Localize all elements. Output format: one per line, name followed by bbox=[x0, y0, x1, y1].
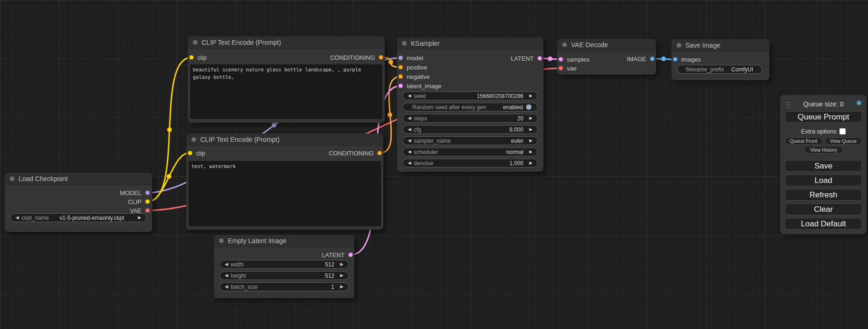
sampler-name-widget[interactable]: ◀ sampler_name euler ▶ bbox=[402, 136, 538, 145]
queue-prompt-button[interactable]: Queue Prompt bbox=[785, 111, 862, 123]
node-load-checkpoint[interactable]: Load Checkpoint MODEL CLIP VAE ◀ ckpt_na… bbox=[5, 173, 152, 232]
input-port-positive: positive bbox=[398, 64, 427, 70]
conditioning-output-dot[interactable] bbox=[379, 55, 383, 60]
model-output-dot[interactable] bbox=[145, 190, 150, 195]
node-title: Empty Latent Image bbox=[228, 237, 286, 245]
positive-input-dot[interactable] bbox=[398, 65, 403, 70]
node-titlebar[interactable]: CLIP Text Encode (Prompt) bbox=[186, 133, 383, 146]
steps-widget[interactable]: ◀ steps 20 ▶ bbox=[402, 114, 538, 123]
clip-output-dot[interactable] bbox=[145, 199, 150, 204]
node-ksampler[interactable]: KSampler model positive negative latent_… bbox=[397, 37, 543, 172]
output-port-clip: CLIP bbox=[128, 198, 150, 205]
node-collapse-dot[interactable] bbox=[402, 41, 407, 46]
clip-input-dot[interactable] bbox=[188, 151, 192, 155]
ckpt-name-widget[interactable]: ◀ ckpt_name v1-5-pruned-emaonly.ckpt ▶ bbox=[10, 213, 147, 222]
image-output-dot[interactable] bbox=[650, 56, 655, 61]
width-widget[interactable]: ◀ width 512 ▶ bbox=[219, 260, 349, 269]
node-collapse-dot[interactable] bbox=[10, 176, 14, 181]
latent-image-input-dot[interactable] bbox=[398, 84, 403, 88]
decrement-arrow-icon[interactable]: ◀ bbox=[407, 139, 412, 143]
node-save-image[interactable]: Save Image images filename_prefix ComfyU… bbox=[671, 39, 769, 80]
input-port-clip: clip bbox=[188, 150, 205, 156]
increment-arrow-icon[interactable]: ▶ bbox=[528, 161, 534, 165]
decrement-arrow-icon[interactable]: ◀ bbox=[407, 161, 412, 165]
comfyui-canvas[interactable]: Load Checkpoint MODEL CLIP VAE ◀ ckpt_na… bbox=[0, 0, 868, 329]
node-collapse-dot[interactable] bbox=[677, 43, 681, 48]
negative-input-dot[interactable] bbox=[398, 74, 403, 79]
load-default-button[interactable]: Load Default bbox=[785, 218, 862, 230]
save-button[interactable]: Save bbox=[785, 160, 862, 172]
filename-prefix-widget[interactable]: filename_prefix ComfyUI bbox=[677, 65, 762, 74]
view-queue-button[interactable]: View Queue bbox=[825, 137, 862, 145]
node-title: CLIP Text Encode (Prompt) bbox=[200, 136, 280, 143]
node-titlebar[interactable]: Save Image bbox=[671, 39, 769, 52]
node-empty-latent-image[interactable]: Empty Latent Image LATENT ◀ width 512 ▶ … bbox=[214, 235, 354, 298]
increment-arrow-icon[interactable]: ▶ bbox=[339, 273, 345, 278]
clip-input-dot[interactable] bbox=[189, 55, 194, 60]
decrement-arrow-icon[interactable]: ◀ bbox=[224, 273, 229, 278]
input-port-samples: samples bbox=[558, 56, 589, 63]
decrement-arrow-icon[interactable]: ◀ bbox=[224, 262, 229, 266]
clear-button[interactable]: Clear bbox=[785, 203, 862, 215]
node-collapse-dot[interactable] bbox=[193, 40, 198, 45]
queue-front-button[interactable]: Queue Front bbox=[785, 137, 822, 145]
node-clip-text-encode-negative[interactable]: CLIP Text Encode (Prompt) clip CONDITION… bbox=[186, 133, 383, 230]
output-port-model: MODEL bbox=[120, 189, 150, 196]
random-seed-toggle-widget[interactable]: Random seed after every gen enabled bbox=[402, 103, 538, 112]
toggle-circle-icon[interactable] bbox=[526, 104, 532, 110]
decrement-arrow-icon[interactable]: ◀ bbox=[407, 127, 412, 132]
node-vae-decode[interactable]: VAE Decode samples vae IMAGE bbox=[557, 39, 656, 75]
decrement-arrow-icon[interactable]: ◀ bbox=[407, 116, 412, 120]
model-input-dot[interactable] bbox=[398, 56, 403, 60]
increment-arrow-icon[interactable]: ▶ bbox=[528, 94, 534, 98]
latent-output-dot[interactable] bbox=[348, 252, 353, 257]
scheduler-widget[interactable]: ◀ scheduler normal ▶ bbox=[402, 147, 538, 156]
view-history-button[interactable]: View History bbox=[804, 146, 843, 154]
images-input-dot[interactable] bbox=[673, 57, 677, 62]
latent-output-dot[interactable] bbox=[537, 56, 542, 61]
node-titlebar[interactable]: VAE Decode bbox=[557, 39, 656, 51]
link-midpoint-dot bbox=[272, 123, 276, 127]
prompt-textarea[interactable] bbox=[189, 161, 381, 226]
seed-widget[interactable]: ◀ seed 156680208700286 ▶ bbox=[402, 91, 538, 100]
increment-arrow-icon[interactable]: ▶ bbox=[528, 139, 534, 143]
settings-gear-icon[interactable]: ✱ bbox=[856, 99, 862, 106]
prompt-textarea[interactable] bbox=[190, 64, 382, 119]
link-midpoint-dot bbox=[388, 112, 392, 117]
node-titlebar[interactable]: KSampler bbox=[397, 37, 543, 50]
decrement-arrow-icon[interactable]: ◀ bbox=[407, 94, 412, 98]
node-titlebar[interactable]: Empty Latent Image bbox=[214, 235, 354, 247]
node-collapse-dot[interactable] bbox=[562, 42, 567, 47]
decrement-arrow-icon[interactable]: ◀ bbox=[224, 285, 229, 289]
extra-options-checkbox[interactable] bbox=[840, 128, 846, 134]
node-title: Save Image bbox=[685, 42, 720, 49]
load-button[interactable]: Load bbox=[785, 175, 862, 186]
increment-arrow-icon[interactable]: ▶ bbox=[137, 216, 142, 220]
denoise-widget[interactable]: ◀ denoise 1.000 ▶ bbox=[402, 159, 538, 168]
node-title: KSampler bbox=[411, 40, 439, 47]
vae-output-dot[interactable] bbox=[145, 208, 150, 213]
node-title: Load Checkpoint bbox=[19, 175, 68, 182]
vae-input-dot[interactable] bbox=[558, 66, 563, 70]
node-title: CLIP Text Encode (Prompt) bbox=[202, 39, 281, 46]
decrement-arrow-icon[interactable]: ◀ bbox=[14, 216, 20, 220]
increment-arrow-icon[interactable]: ▶ bbox=[339, 262, 345, 266]
batch-size-widget[interactable]: ◀ batch_size 1 ▶ bbox=[219, 282, 349, 291]
cfg-widget[interactable]: ◀ cfg 8.000 ▶ bbox=[402, 125, 538, 134]
increment-arrow-icon[interactable]: ▶ bbox=[528, 127, 534, 132]
samples-input-dot[interactable] bbox=[558, 57, 563, 62]
node-clip-text-encode-positive[interactable]: CLIP Text Encode (Prompt) clip CONDITION… bbox=[188, 36, 385, 123]
conditioning-output-dot[interactable] bbox=[377, 151, 382, 155]
node-titlebar[interactable]: Load Checkpoint bbox=[5, 173, 152, 185]
refresh-button[interactable]: Refresh bbox=[785, 189, 862, 201]
node-collapse-dot[interactable] bbox=[191, 137, 196, 142]
decrement-arrow-icon[interactable]: ◀ bbox=[407, 150, 412, 154]
node-collapse-dot[interactable] bbox=[219, 238, 224, 243]
increment-arrow-icon[interactable]: ▶ bbox=[528, 150, 534, 154]
increment-arrow-icon[interactable]: ▶ bbox=[528, 116, 534, 120]
increment-arrow-icon[interactable]: ▶ bbox=[339, 285, 345, 289]
output-port-conditioning: CONDITIONING bbox=[329, 150, 382, 156]
node-titlebar[interactable]: CLIP Text Encode (Prompt) bbox=[188, 36, 385, 49]
link-clip-negative bbox=[148, 153, 190, 202]
height-widget[interactable]: ◀ height 512 ▶ bbox=[219, 271, 349, 280]
